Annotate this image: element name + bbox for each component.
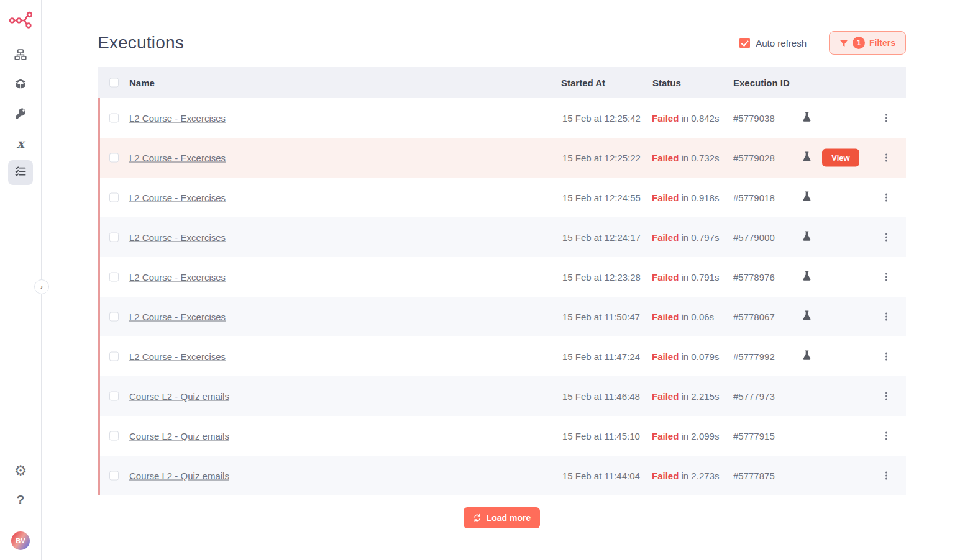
table-row[interactable]: L2 Course - Excercises 15 Feb at 12:25:4… [98, 98, 906, 138]
checklist-icon [14, 165, 27, 180]
row-checkbox[interactable] [109, 273, 119, 282]
status-text: Failed [652, 391, 679, 402]
row-checkbox[interactable] [109, 312, 119, 322]
test-flask-icon [802, 151, 811, 164]
duration-text: in 2.215s [682, 391, 720, 402]
execution-id: #5779038 [733, 113, 775, 124]
execution-name-link[interactable]: L2 Course - Excercises [129, 312, 226, 322]
execution-id: #5777973 [733, 391, 775, 402]
status-text: Failed [652, 351, 679, 362]
table-row[interactable]: L2 Course - Excercises 15 Feb at 11:50:4… [98, 297, 906, 336]
table-row[interactable]: L2 Course - Excercises 15 Feb at 12:24:1… [98, 217, 906, 257]
execution-id: #5779018 [733, 192, 775, 203]
execution-name-link[interactable]: L2 Course - Excercises [129, 232, 226, 243]
avatar[interactable]: BV [11, 531, 30, 550]
row-menu-icon[interactable] [885, 233, 887, 242]
row-checkbox[interactable] [109, 233, 119, 242]
auto-refresh-toggle[interactable]: Auto refresh [739, 38, 807, 48]
sidebar-item-credentials[interactable] [8, 102, 33, 127]
auto-refresh-checkbox[interactable] [739, 38, 750, 48]
row-checkbox[interactable] [109, 153, 119, 163]
execution-name-link[interactable]: L2 Course - Excercises [129, 113, 226, 124]
select-all-checkbox[interactable] [109, 78, 119, 88]
sidebar-expand-toggle[interactable]: › [34, 279, 49, 294]
status-text: Failed [652, 232, 679, 243]
load-more-button[interactable]: Load more [464, 507, 541, 528]
execution-name-link[interactable]: L2 Course - Excercises [129, 192, 226, 203]
started-at: 15 Feb at 11:47:24 [562, 351, 640, 362]
sidebar-item-executions[interactable] [8, 160, 33, 185]
table-row[interactable]: L2 Course - Excercises 15 Feb at 11:47:2… [98, 336, 906, 376]
test-flask-icon [802, 231, 811, 243]
execution-name-link[interactable]: Course L2 - Quiz emails [129, 391, 229, 402]
page-header: Executions Auto refresh 1 Filters [98, 0, 906, 55]
column-header-name: Name [129, 78, 155, 88]
row-menu-icon[interactable] [885, 472, 887, 480]
table-body: L2 Course - Excercises 15 Feb at 12:25:4… [98, 98, 906, 495]
started-at: 15 Feb at 11:50:47 [562, 312, 640, 322]
box-icon [14, 78, 27, 93]
sidebar-item-templates[interactable] [8, 73, 33, 97]
row-menu-icon[interactable] [885, 273, 887, 281]
row-menu-icon[interactable] [885, 432, 887, 440]
execution-name-link[interactable]: L2 Course - Excercises [129, 351, 226, 362]
execution-name-link[interactable]: L2 Course - Excercises [129, 272, 226, 282]
row-menu-icon[interactable] [885, 353, 887, 361]
duration-text: in 2.273s [682, 471, 720, 481]
execution-id: #5777875 [733, 471, 775, 481]
gear-icon: ⚙ [14, 464, 27, 478]
execution-id: #5777915 [733, 431, 775, 441]
started-at: 15 Feb at 12:25:42 [562, 113, 641, 124]
row-checkbox[interactable] [109, 114, 119, 123]
row-menu-icon[interactable] [885, 313, 887, 321]
execution-name-link[interactable]: L2 Course - Excercises [129, 153, 226, 163]
sitemap-icon [14, 48, 27, 63]
row-checkbox[interactable] [109, 352, 119, 361]
table-row[interactable]: L2 Course - Excercises 15 Feb at 12:25:2… [98, 138, 906, 178]
duration-text: in 0.791s [682, 272, 720, 282]
execution-id: #5779000 [733, 232, 775, 243]
duration-text: in 0.079s [682, 351, 720, 362]
sidebar-item-workflows[interactable] [8, 43, 33, 68]
test-flask-icon [802, 271, 811, 283]
started-at: 15 Feb at 11:46:48 [562, 391, 640, 402]
table-row[interactable]: Course L2 - Quiz emails 15 Feb at 11:45:… [98, 416, 906, 456]
test-flask-icon [802, 310, 811, 323]
executions-table: Name Started At Status Execution ID L2 C… [98, 67, 906, 495]
status-text: Failed [652, 431, 679, 441]
table-row[interactable]: Course L2 - Quiz emails 15 Feb at 11:46:… [98, 376, 906, 416]
execution-id: #5778067 [733, 312, 775, 322]
sidebar-item-settings[interactable]: ⚙ [8, 458, 33, 483]
page-title: Executions [98, 33, 184, 53]
started-at: 15 Feb at 11:45:10 [562, 431, 640, 441]
status-text: Failed [652, 312, 679, 322]
row-checkbox[interactable] [109, 471, 119, 481]
filters-button[interactable]: 1 Filters [829, 31, 906, 55]
column-header-status: Status [652, 78, 681, 88]
column-header-execution-id: Execution ID [733, 78, 790, 88]
sidebar-item-help[interactable]: ? [8, 487, 33, 512]
row-menu-icon[interactable] [885, 194, 887, 202]
execution-name-link[interactable]: Course L2 - Quiz emails [129, 471, 229, 481]
row-menu-icon[interactable] [885, 114, 887, 122]
execution-name-link[interactable]: Course L2 - Quiz emails [129, 431, 229, 441]
help-icon: ? [17, 492, 25, 507]
row-checkbox[interactable] [109, 193, 119, 202]
n8n-logo-icon[interactable] [9, 9, 32, 32]
table-row[interactable]: Course L2 - Quiz emails 15 Feb at 11:44:… [98, 456, 906, 495]
row-menu-icon[interactable] [885, 392, 887, 400]
duration-text: in 2.099s [682, 431, 720, 441]
execution-id: #5777992 [733, 351, 775, 362]
refresh-icon [473, 513, 482, 522]
view-button[interactable]: View [822, 149, 859, 167]
status-text: Failed [652, 153, 679, 163]
filters-count-badge: 1 [853, 37, 865, 49]
started-at: 15 Feb at 12:25:22 [562, 153, 641, 163]
table-row[interactable]: L2 Course - Excercises 15 Feb at 12:23:2… [98, 257, 906, 297]
row-menu-icon[interactable] [885, 154, 887, 162]
row-checkbox[interactable] [109, 431, 119, 441]
row-checkbox[interactable] [109, 392, 119, 401]
table-row[interactable]: L2 Course - Excercises 15 Feb at 12:24:5… [98, 178, 906, 217]
sidebar-item-variables[interactable]: x [8, 131, 33, 156]
duration-text: in 0.06s [682, 312, 715, 322]
